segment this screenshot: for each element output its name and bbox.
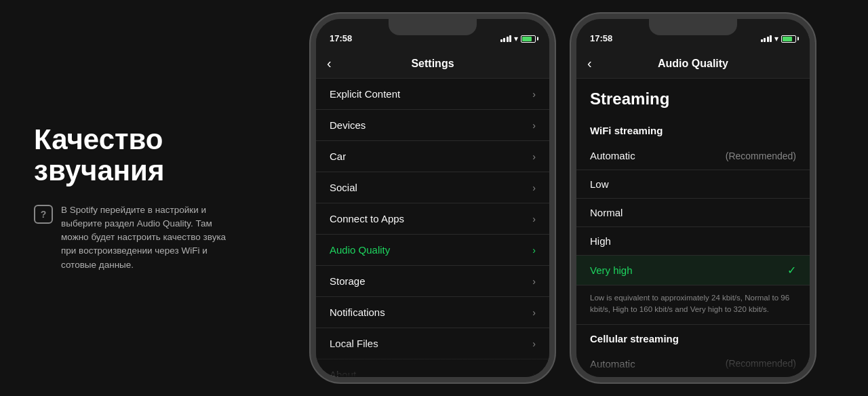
arrow-car: › [532,151,536,162]
settings-item-local-files[interactable]: Local Files › [316,328,549,359]
arrow-audio-quality: › [532,245,536,256]
cellular-section-title: Cellular streaming [576,325,810,350]
settings-item-notifications[interactable]: Notifications › [316,297,549,328]
arrow-local-files: › [532,338,536,349]
signal-bar-5 [761,39,763,42]
settings-item-devices[interactable]: Devices › [316,110,549,141]
streaming-section-title: Streaming [576,79,810,117]
signal-bar-6 [764,38,766,42]
arrow-connect: › [532,214,536,224]
nav-bar-1: ‹ Settings [316,49,549,79]
arrow-about: › [532,370,536,378]
status-icons-1: ▾ [500,34,536,43]
signal-bars-1 [500,35,512,42]
signal-bar-4 [509,35,511,42]
settings-item-about[interactable]: About › [316,359,549,377]
check-icon: ✓ [787,264,796,277]
status-icons-2: ▾ [761,34,797,43]
left-panel: Качествозвучания ? В Spotify перейдите в… [0,0,258,396]
arrow-explicit: › [532,89,536,100]
arrow-notifications: › [532,307,536,318]
back-button-1[interactable]: ‹ [327,56,332,71]
battery-icon-2 [781,35,796,43]
signal-bar-3 [507,37,509,42]
battery-icon-1 [521,35,536,43]
settings-item-social[interactable]: Social › [316,172,549,203]
wifi-normal[interactable]: Normal [576,199,810,227]
settings-content: Explicit Content › Devices › Car › Socia… [316,79,549,377]
wifi-icon-1: ▾ [514,34,518,43]
back-button-2[interactable]: ‹ [587,56,592,71]
main-title: Качествозвучания [34,124,231,186]
settings-item-storage[interactable]: Storage › [316,266,549,297]
info-description: В Spotify перейдите в настройки и выбери… [61,203,231,272]
battery-fill-2 [783,37,792,41]
settings-list: Explicit Content › Devices › Car › Socia… [316,79,549,377]
settings-item-car[interactable]: Car › [316,141,549,172]
status-time-2: 17:58 [590,33,612,43]
nav-bar-2: ‹ Audio Quality [576,49,810,79]
status-time-1: 17:58 [330,33,352,43]
signal-bar-7 [767,37,769,42]
phone-notch-2 [649,19,737,35]
wifi-high[interactable]: High [576,227,810,256]
audio-quality-content: Streaming WiFi streaming Automatic (Reco… [576,79,810,377]
nav-title-1: Settings [411,58,454,70]
settings-item-audio-quality[interactable]: Audio Quality › [316,235,549,266]
info-block: ? В Spotify перейдите в настройки и выбе… [34,203,231,272]
signal-bar-1 [500,39,502,42]
wifi-icon-2: ▾ [774,34,778,43]
settings-item-connect[interactable]: Connect to Apps › [316,203,549,235]
wifi-very-high[interactable]: Very high ✓ [576,256,810,285]
wifi-automatic[interactable]: Automatic (Recommended) [576,142,810,170]
battery-fill-1 [522,37,532,41]
signal-bar-8 [770,35,772,42]
info-icon: ? [34,205,53,224]
wifi-low[interactable]: Low [576,170,810,199]
signal-bar-2 [503,38,505,42]
phone-audio-quality: 17:58 ▾ ‹ Audio Quality Streaming WiFi s… [571,14,815,382]
aq-description: Low is equivalent to approximately 24 kb… [576,285,810,325]
arrow-social: › [532,182,536,193]
phone-settings: 17:58 ▾ ‹ Settings Explicit C [311,14,555,382]
nav-title-2: Audio Quality [658,58,728,70]
arrow-devices: › [532,120,536,131]
phones-section: 17:58 ▾ ‹ Settings Explicit C [258,0,868,396]
cellular-automatic[interactable]: Automatic (Recommended) [576,350,810,378]
arrow-storage: › [532,276,536,287]
phone-notch [389,19,477,35]
wifi-section-title: WiFi streaming [576,117,810,142]
settings-item-explicit[interactable]: Explicit Content › [316,79,549,110]
signal-bars-2 [761,35,772,42]
